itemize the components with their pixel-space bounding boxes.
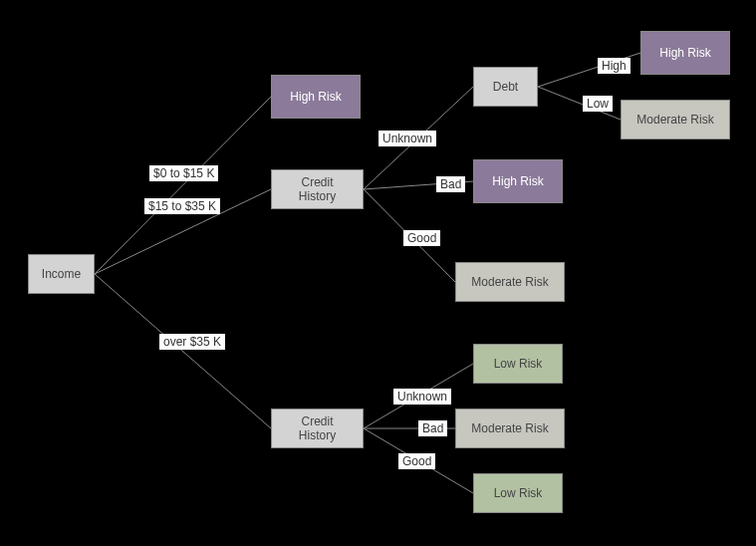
node-high-risk-debt: High Risk (640, 31, 730, 75)
edge-label-good-1: Good (403, 230, 440, 246)
node-high-risk-bad: High Risk (473, 159, 563, 203)
edge-label-good-2: Good (398, 453, 435, 469)
node-credit-history-2: Credit History (271, 409, 364, 448)
node-moderate-debt: Moderate Risk (621, 100, 730, 139)
node-low-risk-good: Low Risk (473, 473, 563, 513)
svg-line-0 (95, 97, 271, 274)
node-low-risk-unk: Low Risk (473, 344, 563, 384)
edge-label-low: Low (583, 96, 613, 112)
edge-label-over-35k: over $35 K (159, 334, 225, 350)
edge-label-unknown-2: Unknown (393, 389, 451, 405)
node-moderate-bad2: Moderate Risk (455, 409, 565, 448)
edge-label-bad-2: Bad (418, 420, 447, 436)
edge-label-high: High (598, 58, 630, 74)
node-moderate-good: Moderate Risk (455, 262, 565, 302)
node-income: Income (28, 254, 95, 294)
svg-line-2 (95, 274, 271, 428)
node-debt: Debt (473, 67, 538, 107)
edge-label-unknown-1: Unknown (378, 131, 436, 146)
edge-label-bad-1: Bad (436, 176, 465, 192)
node-high-risk-1: High Risk (271, 75, 361, 119)
edge-label-15-35k: $15 to $35 K (144, 198, 220, 214)
node-credit-history-1: Credit History (271, 169, 364, 209)
edges-layer (0, 0, 756, 546)
edge-label-0-15k: $0 to $15 K (149, 165, 218, 181)
decision-tree-canvas: Income High Risk Credit History Credit H… (0, 0, 756, 546)
